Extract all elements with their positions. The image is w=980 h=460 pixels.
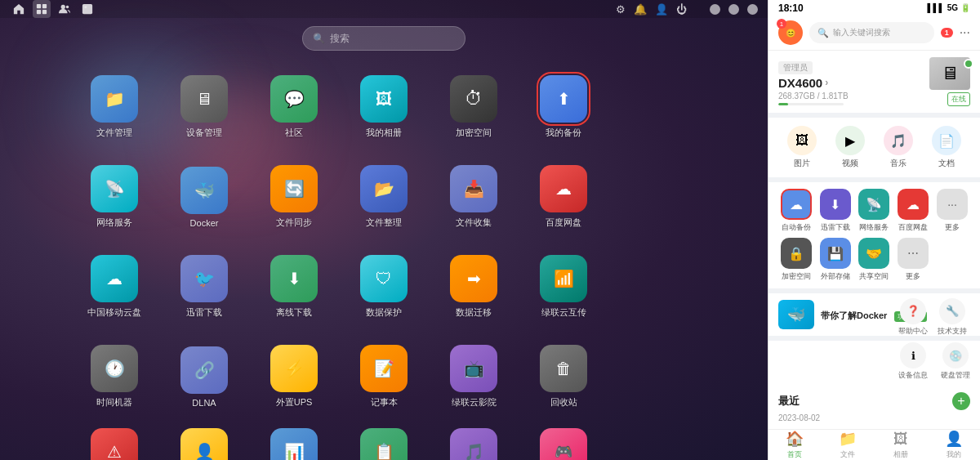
app-item-device-manager[interactable]: 🖥 设备管理 bbox=[159, 62, 249, 152]
recent-title: 最近 bbox=[778, 394, 800, 409]
app-item-encrypted-space[interactable]: ⏱ 加密空间 bbox=[429, 62, 519, 152]
shortcut-shared-space[interactable]: 🤝 共享空间 bbox=[857, 238, 893, 282]
app-item-misc6[interactable]: 🎮 bbox=[519, 422, 608, 460]
app-item-offline-download[interactable]: ⬇ 离线下载 bbox=[249, 242, 339, 332]
notification-icon[interactable]: 🔔 bbox=[634, 3, 647, 16]
shortcut-label-xunlei: 迅雷下载 bbox=[821, 222, 850, 233]
app-item-community[interactable]: 💬 社区 bbox=[249, 62, 339, 152]
media-item-video[interactable]: ▶ 视频 bbox=[826, 123, 875, 172]
shortcut-label-baidu-pan: 百度网盘 bbox=[898, 222, 928, 233]
mobile-search-bar[interactable]: 🔍 输入关键词搜索 bbox=[809, 22, 934, 43]
docker-action-device-info[interactable]: ℹ 设备信息 bbox=[898, 342, 928, 381]
app-item-cloud-transfer[interactable]: 📶 绿联云互传 bbox=[519, 242, 608, 332]
app-item-baidu-pan[interactable]: ☁ 百度网盘 bbox=[519, 152, 608, 242]
app-item-ups[interactable]: ⚡ 外置UPS bbox=[249, 332, 339, 422]
close-button[interactable] bbox=[747, 4, 758, 15]
app-item-mobile-cloud[interactable]: ☁ 中国移动云盘 bbox=[69, 242, 159, 332]
app-item-my-backup[interactable]: ⬆ 我的备份 bbox=[519, 62, 608, 152]
device-name[interactable]: DX4600 › bbox=[778, 76, 849, 90]
status-time: 18:10 bbox=[778, 2, 804, 14]
app-icon-file-sync: 🔄 bbox=[270, 165, 318, 212]
settings-icon[interactable]: ⚙ bbox=[616, 3, 626, 16]
maximize-button[interactable] bbox=[728, 4, 739, 15]
more-options-button[interactable]: ··· bbox=[960, 25, 970, 40]
app-item-xunlei[interactable]: 🐦 迅雷下载 bbox=[159, 242, 249, 332]
app-item-file-collect[interactable]: 📥 文件收集 bbox=[429, 152, 519, 242]
power-icon[interactable]: ⏻ bbox=[676, 3, 687, 16]
app-item-dlna[interactable]: 🔗 DLNA bbox=[159, 332, 249, 422]
app-item-file-manager[interactable]: 📁 文件管理 bbox=[69, 62, 159, 152]
nav-label-home: 首页 bbox=[787, 449, 802, 460]
shortcut-auto-backup[interactable]: ☁ 自动备份 bbox=[778, 189, 814, 233]
nav-item-home[interactable]: 🏠 首页 bbox=[768, 430, 822, 460]
app-item-misc2[interactable]: 👤 bbox=[159, 422, 249, 460]
docker-action-tech-support[interactable]: 🔧 技术支持 bbox=[938, 298, 967, 337]
shortcut-icon-network-service: 📡 bbox=[858, 189, 889, 220]
shortcut-label-encrypted: 加密空间 bbox=[782, 271, 811, 282]
badge-count: 1 bbox=[777, 19, 786, 29]
app-item-photos[interactable]: 🖼 我的相册 bbox=[339, 62, 429, 152]
docker-action-disk-manage[interactable]: 💿 硬盘管理 bbox=[941, 342, 970, 381]
docker-action-help[interactable]: ❓ 帮助中心 bbox=[898, 298, 928, 337]
docker-action-label-device-info: 设备信息 bbox=[898, 370, 928, 381]
online-status-badge: 在线 bbox=[947, 92, 970, 106]
notification-badge: 1 😊 bbox=[786, 29, 795, 38]
users-icon[interactable] bbox=[56, 0, 74, 18]
app-item-empty2 bbox=[608, 152, 698, 242]
recent-add-button[interactable]: + bbox=[952, 392, 970, 410]
app-label-network-service: 网络服务 bbox=[96, 217, 132, 229]
media-item-doc[interactable]: 📄 文档 bbox=[922, 123, 970, 172]
signal-bars: ▌▌▌ bbox=[927, 3, 944, 12]
app-item-notepad[interactable]: 📝 记事本 bbox=[339, 332, 429, 422]
app-item-docker[interactable]: 🐳 Docker bbox=[159, 152, 249, 242]
media-item-photo[interactable]: 🖼 图片 bbox=[778, 123, 826, 172]
media-item-music[interactable]: 🎵 音乐 bbox=[875, 123, 923, 172]
app-item-misc3[interactable]: 📊 bbox=[249, 422, 339, 460]
app-item-recycle[interactable]: 🗑 回收站 bbox=[519, 332, 608, 422]
shortcut-encrypted[interactable]: 🔒 加密空间 bbox=[778, 238, 814, 282]
app-item-time-machine[interactable]: 🕐 时间机器 bbox=[69, 332, 159, 422]
app-item-misc1[interactable]: ⚠ bbox=[69, 422, 159, 460]
docker-actions: ❓ 帮助中心 🔧 技术支持 bbox=[895, 298, 970, 337]
shortcut-more2[interactable]: ⋯ 更多 bbox=[895, 238, 931, 282]
app-item-network-service[interactable]: 📡 网络服务 bbox=[69, 152, 159, 242]
nav-item-mine[interactable]: 👤 我的 bbox=[927, 430, 980, 460]
device-role-badge: 管理员 bbox=[778, 61, 813, 74]
grid-icon[interactable] bbox=[33, 0, 51, 18]
app-item-file-organize[interactable]: 📂 文件整理 bbox=[339, 152, 429, 242]
nav-item-files[interactable]: 📁 文件 bbox=[822, 430, 875, 460]
disk-manage-icon-circle: 💿 bbox=[942, 342, 969, 368]
svg-point-5 bbox=[66, 6, 69, 9]
app-label-recycle: 回收站 bbox=[550, 396, 577, 409]
shortcut-xunlei[interactable]: ⬇ 迅雷下载 bbox=[817, 189, 853, 233]
nav-item-album[interactable]: 🖼 相册 bbox=[875, 430, 928, 460]
shortcut-baidu-pan[interactable]: ☁ 百度网盘 bbox=[895, 189, 931, 233]
shortcut-network-service[interactable]: 📡 网络服务 bbox=[857, 189, 893, 233]
shortcut-label-auto-backup: 自动备份 bbox=[782, 222, 811, 233]
app-label-data-migrate: 数据迁移 bbox=[456, 306, 492, 319]
app-icon[interactable] bbox=[78, 0, 96, 18]
app-item-misc4[interactable]: 📋 bbox=[339, 422, 429, 460]
shortcut-external-storage[interactable]: 💾 外部存储 bbox=[817, 238, 853, 282]
doc-icon-circle: 📄 bbox=[932, 126, 961, 155]
app-item-cinema[interactable]: 📺 绿联云影院 bbox=[429, 332, 519, 422]
docker-action-label-tech: 技术支持 bbox=[938, 326, 967, 337]
minimize-button[interactable] bbox=[710, 4, 720, 15]
app-icon-photos: 🖼 bbox=[360, 75, 408, 123]
app-icon-misc1: ⚠ bbox=[91, 428, 138, 460]
app-item-misc5[interactable]: 🎵 bbox=[429, 422, 519, 460]
files-nav-icon: 📁 bbox=[839, 430, 857, 448]
user-icon[interactable]: 👤 bbox=[655, 3, 668, 16]
app-item-data-migrate[interactable]: ➡ 数据迁移 bbox=[429, 242, 519, 332]
app-label-file-manager: 文件管理 bbox=[96, 127, 132, 139]
search-bar[interactable]: 🔍 搜索 bbox=[302, 26, 466, 51]
app-item-file-sync[interactable]: 🔄 文件同步 bbox=[249, 152, 339, 242]
shortcut-more[interactable]: ··· 更多 bbox=[934, 189, 970, 233]
app-icon-misc4: 📋 bbox=[360, 428, 408, 460]
avatar[interactable]: 1 😊 bbox=[778, 20, 803, 45]
device-info-icon-circle: ℹ bbox=[900, 342, 926, 368]
app-item-empty1 bbox=[608, 62, 698, 152]
home-icon[interactable] bbox=[10, 0, 28, 18]
app-item-data-protect[interactable]: 🛡 数据保护 bbox=[339, 242, 429, 332]
nas-icon: 🖥 bbox=[941, 63, 959, 84]
